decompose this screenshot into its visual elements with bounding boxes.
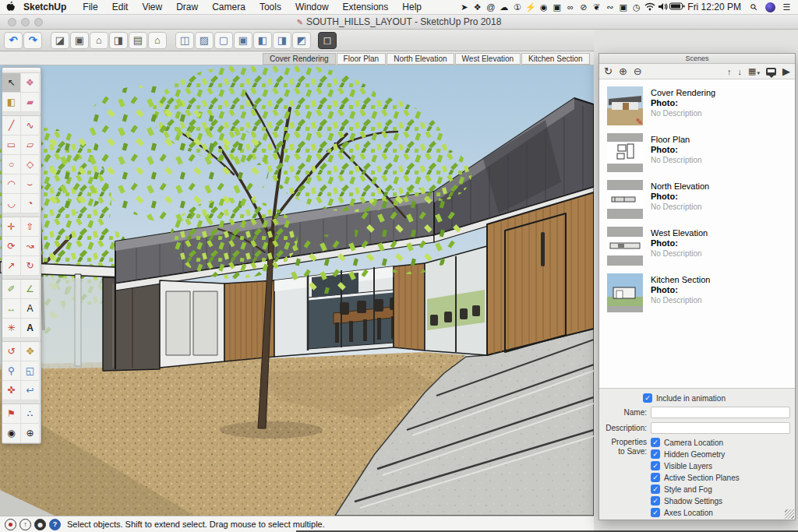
follow-me-tool[interactable]: ↝ — [21, 237, 40, 256]
camera-location-checkbox[interactable]: ✓ — [651, 438, 660, 447]
model-viewport[interactable] — [0, 65, 594, 516]
menu-help[interactable]: Help — [402, 2, 422, 12]
infinity-icon[interactable]: ∞ — [563, 2, 577, 12]
view-front-button[interactable]: ⌂ — [90, 32, 108, 49]
view-left-button[interactable]: ⌂ — [148, 32, 167, 49]
dropbox-icon[interactable]: ❖ — [471, 2, 484, 12]
glasses-icon[interactable]: ∾ — [603, 2, 616, 12]
alert-circle-icon[interactable]: ① — [510, 2, 524, 12]
face-style-active-button[interactable]: ◻ — [318, 32, 337, 49]
tab-north-elevation[interactable]: North Elevation — [387, 53, 454, 65]
look-around-tool[interactable]: ◉ — [2, 424, 21, 443]
axes-location-checkbox[interactable]: ✓ — [651, 508, 660, 517]
rotate-tool[interactable]: ⟳ — [2, 237, 21, 256]
scene-item-north-elevation[interactable]: North Elevation Photo: No Description — [599, 176, 795, 223]
tape-measure-tool[interactable]: ✐ — [2, 280, 21, 299]
add-scene-button[interactable]: ⊕ — [619, 65, 627, 77]
scenes-panel-title[interactable]: Scenes — [599, 54, 795, 64]
view-back-button[interactable]: ▤ — [129, 32, 147, 49]
push-pull-tool[interactable]: ⇧ — [21, 217, 40, 237]
notification-center-icon[interactable]: ☰ — [780, 2, 793, 12]
cloud-sync-icon[interactable]: ☁ — [497, 2, 510, 12]
tab-west-elevation[interactable]: West Elevation — [455, 53, 521, 65]
section-plane-tool[interactable]: ⊕ — [21, 424, 40, 443]
menu-view[interactable]: View — [142, 2, 162, 12]
menu-extensions[interactable]: Extensions — [343, 2, 389, 12]
two-point-arc-tool[interactable]: ⌣ — [21, 174, 40, 194]
tab-kitchen-section[interactable]: Kitchen Section — [521, 53, 590, 65]
palette-drag-handle[interactable] — [2, 68, 41, 73]
account-icon[interactable]: ☻ — [34, 519, 46, 530]
visible-layers-checkbox[interactable]: ✓ — [651, 461, 660, 470]
evernote-icon[interactable]: ❦ — [590, 2, 603, 12]
3d-text-tool[interactable]: A — [21, 319, 40, 338]
time-machine-icon[interactable]: ◷ — [630, 2, 643, 12]
walk-tool[interactable]: ∴ — [21, 404, 40, 424]
arc-tool[interactable]: ◠ — [2, 174, 21, 194]
screen-record-icon[interactable]: ▣ — [616, 2, 630, 12]
style-monochrome-button[interactable]: ◩ — [292, 32, 311, 49]
undo-button[interactable]: ↶ — [4, 32, 23, 49]
text-tool[interactable]: A — [21, 299, 40, 319]
scene-description-input[interactable] — [651, 422, 790, 434]
wifi-icon[interactable] — [643, 2, 656, 12]
view-top-button[interactable]: ▣ — [70, 32, 89, 49]
style-wireframe-button[interactable]: ▢ — [214, 32, 233, 49]
select-tool[interactable]: ↖ — [2, 73, 21, 93]
style-shaded-button[interactable]: ◧ — [253, 32, 272, 49]
move-scene-down-button[interactable]: ↓ — [738, 67, 743, 76]
pie-tool[interactable]: ◔ — [21, 194, 40, 213]
show-details-button[interactable] — [766, 68, 776, 76]
battery-icon[interactable] — [669, 2, 683, 12]
menu-edit[interactable]: Edit — [112, 2, 129, 12]
location-icon[interactable]: ➤ — [457, 2, 471, 12]
move-tool[interactable]: ✛ — [2, 217, 21, 237]
view-iso-button[interactable]: ◪ — [51, 32, 69, 49]
offset-tool[interactable]: ↻ — [21, 256, 40, 276]
apple-menu[interactable] — [0, 1, 20, 14]
make-component-tool[interactable]: ❖ — [21, 73, 40, 93]
style-and-fog-checkbox[interactable]: ✓ — [651, 484, 660, 494]
do-not-disturb-icon[interactable]: ⊘ — [577, 2, 590, 12]
menu-tools[interactable]: Tools — [260, 2, 281, 12]
redo-button[interactable]: ↷ — [23, 32, 42, 49]
polygon-tool[interactable]: ◇ — [21, 155, 40, 174]
protractor-tool[interactable]: ∠ — [21, 280, 40, 299]
flame-icon[interactable]: ⚡ — [524, 2, 537, 12]
volume-icon[interactable] — [656, 2, 669, 12]
hide-details-button[interactable]: ▶ — [782, 65, 790, 77]
dimension-tool[interactable]: ↔ — [2, 299, 21, 319]
style-hidden-line-button[interactable]: ▣ — [234, 32, 252, 49]
rotated-rectangle-tool[interactable]: ▱ — [21, 136, 40, 155]
scale-tool[interactable]: ↗ — [2, 256, 21, 276]
paint-bucket-tool[interactable]: ◧ — [2, 93, 21, 112]
active-section-planes-checkbox[interactable]: ✓ — [651, 473, 660, 482]
orbit-tool[interactable]: ↺ — [2, 342, 21, 361]
menu-window[interactable]: Window — [295, 2, 329, 12]
position-camera-tool[interactable]: ⚑ — [2, 404, 21, 424]
at-symbol-icon[interactable]: @ — [484, 2, 497, 12]
bell-icon[interactable]: ◉ — [537, 2, 550, 12]
scene-name-input[interactable] — [651, 407, 790, 418]
view-options-button[interactable]: ▦▾ — [748, 66, 760, 76]
shadow-settings-checkbox[interactable]: ✓ — [651, 496, 660, 506]
tab-floor-plan[interactable]: Floor Plan — [337, 53, 387, 65]
resize-grip[interactable] — [785, 509, 794, 519]
menu-draw[interactable]: Draw — [176, 2, 198, 12]
freehand-tool[interactable]: ∿ — [21, 116, 40, 136]
zoom-extents-tool[interactable]: ✜ — [2, 381, 21, 400]
zoom-window-tool[interactable]: ◱ — [21, 361, 40, 381]
scene-item-kitchen-section[interactable]: Kitchen Section Photo: No Description — [599, 270, 795, 316]
app-menu-sketchup[interactable]: SketchUp — [23, 2, 66, 12]
menu-clock[interactable]: Fri 12:20 PM — [687, 2, 741, 12]
view-right-button[interactable]: ◨ — [109, 32, 128, 49]
circle-tool[interactable]: ○ — [2, 155, 21, 174]
claim-credit-icon[interactable]: ↑ — [19, 519, 31, 530]
camtasia-icon[interactable]: ▣ — [550, 2, 563, 12]
remove-scene-button[interactable]: ⊖ — [634, 65, 642, 77]
move-scene-up-button[interactable]: ↑ — [727, 67, 732, 76]
scene-item-west-elevation[interactable]: West Elevation Photo: No Description — [599, 223, 795, 270]
style-xray-button[interactable]: ◫ — [175, 32, 194, 49]
update-scene-button[interactable]: ↻ — [604, 65, 613, 77]
zoom-tool[interactable]: ⚲ — [2, 361, 21, 381]
